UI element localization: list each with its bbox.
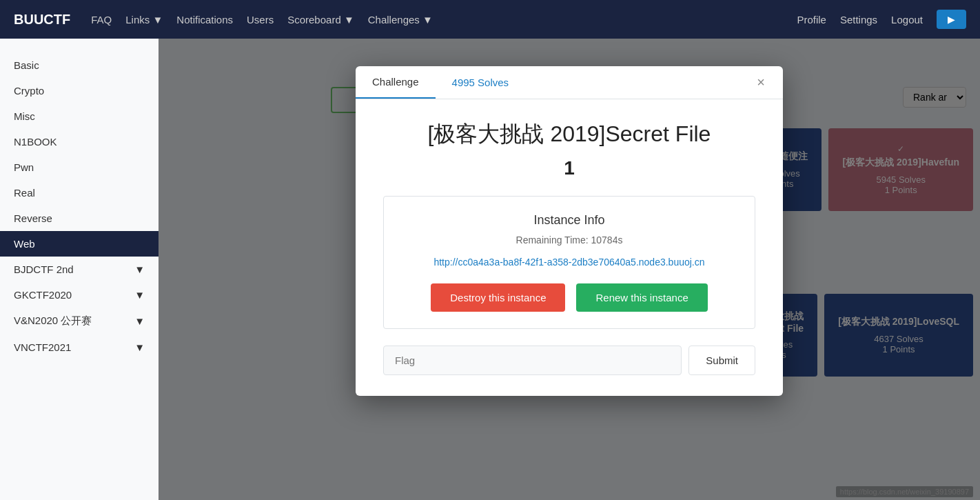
submit-button[interactable]: Submit xyxy=(688,346,755,375)
modal-header: Challenge 4995 Solves × xyxy=(356,66,783,99)
nav-users[interactable]: Users xyxy=(247,14,274,26)
sidebar-item-real[interactable]: Real xyxy=(0,180,159,206)
modal-body: [极客大挑战 2019]Secret File 1 Instance Info … xyxy=(356,99,783,396)
nav-links[interactable]: Links ▼ xyxy=(125,14,163,26)
modal-overlay: Challenge 4995 Solves × [极客大挑战 2019]Secr… xyxy=(159,39,980,500)
sidebar-item-n1book[interactable]: N1BOOK xyxy=(0,129,159,154)
navbar: BUUCTF FAQ Links ▼ Notifications Users S… xyxy=(0,0,980,39)
main-content: Rank ar 19]随便注 Solves ints ✓ [极客大挑战 2019… xyxy=(159,39,980,500)
sidebar-item-gkctf[interactable]: GKCTF2020 ▼ xyxy=(0,282,159,308)
flag-input[interactable] xyxy=(383,346,682,375)
navbar-links: FAQ Links ▼ Notifications Users Scoreboa… xyxy=(91,14,797,26)
destroy-instance-button[interactable]: Destroy this instance xyxy=(431,283,565,312)
chevron-down-icon: ▼ xyxy=(134,341,145,353)
challenge-points: 1 xyxy=(383,157,755,179)
nav-notifications[interactable]: Notifications xyxy=(176,14,233,26)
instance-info-title: Instance Info xyxy=(400,213,738,228)
nav-logout[interactable]: Logout xyxy=(891,14,923,26)
chevron-down-icon: ▼ xyxy=(134,263,145,275)
modal-close-button[interactable]: × xyxy=(750,68,772,97)
instance-buttons: Destroy this instance Renew this instanc… xyxy=(400,283,738,312)
nav-profile[interactable]: Profile xyxy=(797,14,826,26)
tab-challenge[interactable]: Challenge xyxy=(356,66,436,99)
sidebar-item-basic[interactable]: Basic xyxy=(0,52,159,78)
nav-challenges[interactable]: Challenges ▼ xyxy=(368,14,433,26)
sidebar-item-reverse[interactable]: Reverse xyxy=(0,206,159,231)
navbar-right: Profile Settings Logout ▶ xyxy=(797,10,966,29)
nav-settings[interactable]: Settings xyxy=(840,14,877,26)
instance-remaining-time: Remaining Time: 10784s xyxy=(400,234,738,246)
tab-solves[interactable]: 4995 Solves xyxy=(436,67,526,98)
nav-scoreboard[interactable]: Scoreboard ▼ xyxy=(287,14,354,26)
sidebar: Basic Crypto Misc N1BOOK Pwn Real Revers… xyxy=(0,39,159,500)
sidebar-item-vn2020[interactable]: V&N2020 公开赛 ▼ xyxy=(0,308,159,334)
instance-info-box: Instance Info Remaining Time: 10784s htt… xyxy=(383,196,755,329)
chevron-down-icon: ▼ xyxy=(134,315,145,327)
nav-action-button[interactable]: ▶ xyxy=(937,10,966,29)
renew-instance-button[interactable]: Renew this instance xyxy=(576,283,707,312)
navbar-brand[interactable]: BUUCTF xyxy=(14,12,70,28)
sidebar-item-vnctf2021[interactable]: VNCTF2021 ▼ xyxy=(0,334,159,360)
chevron-down-icon: ▼ xyxy=(134,289,145,301)
sidebar-item-crypto[interactable]: Crypto xyxy=(0,78,159,103)
flag-row: Submit xyxy=(383,346,755,375)
instance-link[interactable]: http://cc0a4a3a-ba8f-42f1-a358-2db3e7064… xyxy=(400,255,738,270)
sidebar-item-web[interactable]: Web xyxy=(0,231,159,257)
modal-dialog: Challenge 4995 Solves × [极客大挑战 2019]Secr… xyxy=(356,66,783,396)
sidebar-item-pwn[interactable]: Pwn xyxy=(0,154,159,180)
nav-faq[interactable]: FAQ xyxy=(91,14,112,26)
sidebar-item-bjdctf[interactable]: BJDCTF 2nd ▼ xyxy=(0,257,159,282)
sidebar-item-misc[interactable]: Misc xyxy=(0,103,159,129)
challenge-title: [极客大挑战 2019]Secret File xyxy=(383,120,755,149)
